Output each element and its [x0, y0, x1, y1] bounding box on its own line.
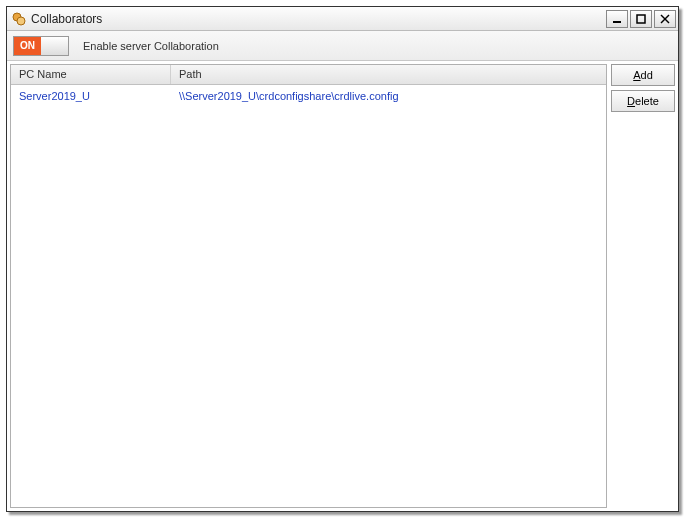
body: PC Name Path Server2019_U \\Server2019_U…	[7, 61, 678, 511]
titlebar[interactable]: Collaborators	[7, 7, 678, 31]
window-controls	[606, 10, 676, 28]
window-title: Collaborators	[31, 12, 606, 26]
add-button[interactable]: Add	[611, 64, 675, 86]
app-icon	[11, 11, 27, 27]
side-buttons: Add Delete	[611, 64, 675, 508]
delete-button[interactable]: Delete	[611, 90, 675, 112]
maximize-button[interactable]	[630, 10, 652, 28]
toolbar-label: Enable server Collaboration	[83, 40, 219, 52]
column-header-path[interactable]: Path	[171, 65, 606, 84]
toggle-on-label: ON	[14, 37, 41, 55]
close-button[interactable]	[654, 10, 676, 28]
toggle-off-area	[41, 37, 68, 55]
svg-rect-3	[637, 15, 645, 23]
minimize-button[interactable]	[606, 10, 628, 28]
list-body: Server2019_U \\Server2019_U\crdconfigsha…	[11, 85, 606, 507]
cell-pc-name: Server2019_U	[11, 90, 171, 102]
cell-path: \\Server2019_U\crdconfigshare\crdlive.co…	[171, 90, 606, 102]
enable-toggle[interactable]: ON	[13, 36, 69, 56]
column-header-pc[interactable]: PC Name	[11, 65, 171, 84]
collaborators-window: Collaborators ON Enable server Collabora…	[6, 6, 679, 512]
collaborators-list: PC Name Path Server2019_U \\Server2019_U…	[10, 64, 607, 508]
svg-point-1	[17, 17, 25, 25]
list-header: PC Name Path	[11, 65, 606, 85]
toolbar: ON Enable server Collaboration	[7, 31, 678, 61]
table-row[interactable]: Server2019_U \\Server2019_U\crdconfigsha…	[11, 85, 606, 107]
